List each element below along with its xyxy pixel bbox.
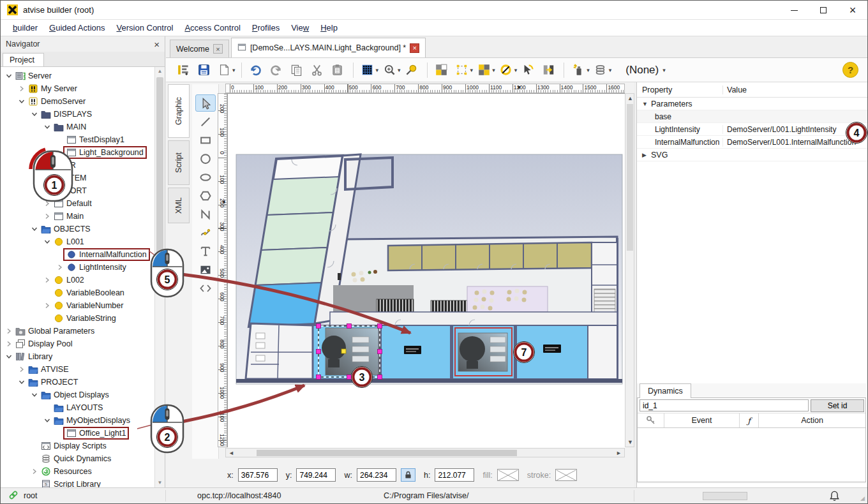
canvas-horizontal-scrollbar[interactable]: ◄ ►	[225, 448, 625, 457]
chevron-down-icon[interactable]: ▾	[609, 67, 612, 73]
redo-button[interactable]	[267, 61, 286, 80]
menu-help[interactable]: Help	[315, 20, 343, 35]
select-tool[interactable]	[195, 94, 216, 112]
close-button[interactable]: ×	[838, 1, 867, 20]
set-id-button[interactable]: Set id	[811, 399, 864, 412]
spray-button[interactable]	[569, 61, 588, 80]
tree-item-objects[interactable]: OBJECTS	[1, 223, 154, 235]
scrollbar-thumb[interactable]	[627, 104, 633, 251]
image-tool[interactable]	[195, 261, 216, 278]
zoom-button[interactable]	[380, 61, 399, 80]
text-tool[interactable]	[195, 242, 216, 260]
chevron-down-icon[interactable]: ▾	[376, 67, 379, 73]
chevron-down-icon[interactable]: ▾	[232, 67, 236, 73]
tree-item-variablestring[interactable]: VariableString	[1, 312, 154, 325]
menu-guided-actions[interactable]: Guided Actions	[43, 20, 110, 35]
resize-grip[interactable]: ◢	[860, 495, 865, 501]
checker-button[interactable]	[474, 61, 493, 80]
property-row-svg[interactable]: ▶SVG	[637, 149, 867, 161]
tree-item-l001[interactable]: L001	[1, 235, 154, 248]
chevron-right-icon[interactable]	[43, 199, 52, 208]
tree-item-object-displays[interactable]: Object Displays	[1, 389, 154, 401]
scroll-right-icon[interactable]: ►	[616, 450, 622, 456]
line-tool[interactable]	[195, 113, 216, 130]
chevron-right-icon[interactable]	[43, 301, 52, 310]
tree-item-user[interactable]: USER	[1, 159, 154, 172]
tree-item-variableboolean[interactable]: VariableBoolean	[1, 286, 154, 299]
tree-item-office-light1[interactable]: Office_Light1	[1, 427, 154, 440]
navigator-scrollbar[interactable]: ▲ ▼	[154, 67, 165, 487]
scroll-up-icon[interactable]: ▲	[155, 67, 165, 76]
chevron-down-icon[interactable]	[43, 416, 52, 425]
stroke-swatch[interactable]	[555, 469, 577, 481]
help-button[interactable]: ?	[842, 62, 858, 78]
chevron-right-icon[interactable]	[17, 84, 26, 93]
scroll-up-icon[interactable]: ▲	[627, 95, 633, 101]
pick-arrow-button[interactable]	[518, 61, 537, 80]
aspect-lock-button[interactable]	[401, 468, 415, 482]
chevron-down-icon[interactable]	[43, 122, 52, 131]
pin-button[interactable]	[402, 61, 421, 80]
property-row-internalmalfunction[interactable]: InternalMalfunctionDemoServer/L001.Inter…	[637, 136, 867, 149]
scroll-down-icon[interactable]: ▼	[155, 478, 165, 487]
new-document-button[interactable]	[214, 61, 234, 80]
chevron-right-icon[interactable]	[30, 467, 39, 476]
minimize-button[interactable]	[779, 1, 809, 20]
origin-handle[interactable]	[341, 349, 346, 353]
copy-button[interactable]	[287, 61, 306, 80]
tree-item-resources[interactable]: Resources	[1, 465, 154, 478]
fill-swatch[interactable]	[497, 469, 519, 481]
chevron-right-icon[interactable]	[4, 327, 13, 336]
chevron-down-icon[interactable]: ▾	[492, 67, 495, 73]
navigator-close-icon[interactable]: ×	[154, 39, 160, 50]
chevron-down-icon[interactable]: ▾	[398, 67, 401, 73]
tree-item-myobjectdisplays[interactable]: MyObjectDisplays	[1, 414, 154, 427]
chevron-down-icon[interactable]	[17, 378, 26, 387]
polygon-tool[interactable]	[195, 187, 216, 204]
x-coordinate-field[interactable]	[238, 468, 278, 482]
chevron-right-icon[interactable]	[43, 212, 52, 221]
code-tool[interactable]	[195, 279, 216, 297]
swap-panels-button[interactable]	[539, 61, 558, 80]
tree-item-my-server[interactable]: My Server	[1, 82, 154, 95]
property-row-lightintensity[interactable]: LightIntensityDemoServer/L001.LightInten…	[637, 123, 867, 136]
floor-plan-drawing[interactable]	[228, 94, 625, 448]
canvas-viewport[interactable]	[227, 93, 625, 447]
tree-item-main[interactable]: Main	[1, 210, 154, 223]
tree-item-layouts[interactable]: LAYOUTS	[1, 401, 154, 414]
chevron-down-icon[interactable]: ▾	[514, 67, 518, 73]
tree-item-global-parameters[interactable]: Global Parameters	[1, 325, 154, 337]
chevron-down-icon[interactable]	[30, 225, 39, 233]
office-light-object-1[interactable]	[322, 328, 378, 375]
chevron-down-icon[interactable]	[30, 110, 39, 119]
tab-close-icon[interactable]: ×	[410, 43, 419, 53]
menu-version-control[interactable]: Version Control	[111, 20, 179, 35]
chevron-down-icon[interactable]	[30, 390, 39, 399]
chevron-down-icon[interactable]: ▼	[642, 101, 648, 107]
dynamic-id-input[interactable]	[640, 399, 809, 411]
tree-item-lightintensity[interactable]: LightIntensity	[1, 261, 154, 274]
tab-close-icon[interactable]: ×	[213, 44, 223, 54]
property-row-parameters[interactable]: ▼Parameters	[637, 98, 867, 110]
office-light-object-2[interactable]	[458, 333, 507, 371]
snap-points-button[interactable]	[453, 61, 472, 80]
circle-tool[interactable]	[195, 150, 216, 167]
y-coordinate-field[interactable]	[296, 468, 336, 482]
no-symbol-button[interactable]	[497, 61, 516, 80]
maximize-button[interactable]	[809, 1, 838, 20]
grid-button[interactable]	[358, 61, 377, 80]
layer-selector-dropdown[interactable]: (None)▾	[625, 64, 666, 77]
paste-button[interactable]	[328, 61, 347, 80]
tree-item-testdisplay1[interactable]: TestDisplay1	[1, 133, 154, 146]
chevron-right-icon[interactable]: ▶	[642, 152, 648, 158]
chevron-right-icon[interactable]	[4, 339, 13, 348]
tab-graphic[interactable]: Graphic	[168, 84, 190, 138]
tree-item-report[interactable]: REPORT	[1, 184, 154, 197]
tab-project[interactable]: Project	[3, 53, 44, 66]
menu-profiles[interactable]: Profiles	[246, 20, 285, 35]
tree-item-default[interactable]: Default	[1, 197, 154, 210]
chevron-down-icon[interactable]: ▾	[470, 67, 474, 73]
chevron-right-icon[interactable]	[43, 276, 52, 285]
chevron-right-icon[interactable]	[56, 263, 64, 272]
menu-view[interactable]: View	[285, 20, 315, 35]
